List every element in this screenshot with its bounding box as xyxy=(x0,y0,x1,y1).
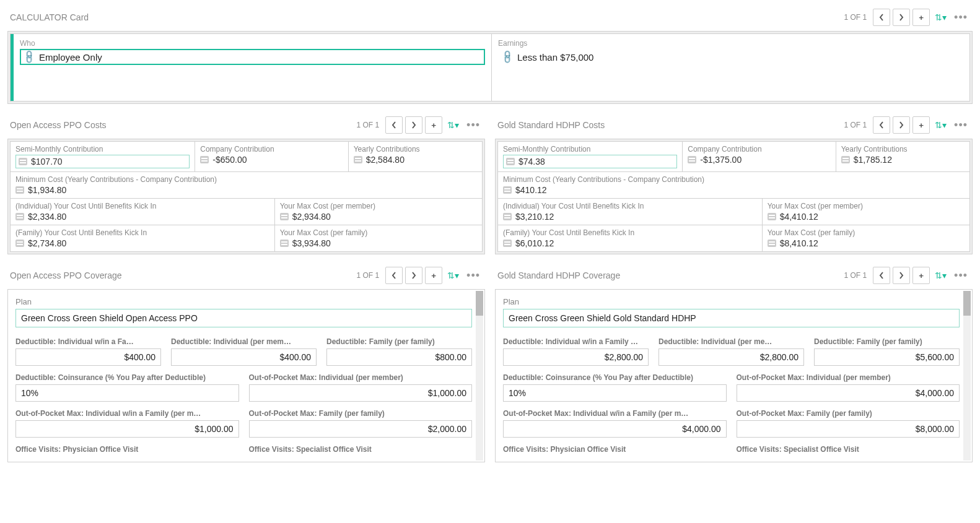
formula-icon xyxy=(768,240,776,247)
ded-ind-fam-input[interactable] xyxy=(503,348,649,366)
field-value: $6,010.12 xyxy=(515,238,554,248)
next-button[interactable] xyxy=(893,9,910,26)
add-button[interactable]: + xyxy=(425,267,442,284)
field-value: -$650.00 xyxy=(212,155,247,165)
scrollbar-thumb[interactable] xyxy=(963,291,971,316)
field-label: Minimum Cost (Yearly Contributions - Com… xyxy=(15,175,477,184)
next-button[interactable] xyxy=(893,116,910,134)
add-button[interactable]: + xyxy=(912,267,930,284)
field-label: (Family) Your Cost Until Benefits Kick I… xyxy=(503,228,757,237)
oop-ind-fam-input[interactable] xyxy=(15,420,239,438)
field-value: $1,785.12 xyxy=(854,155,892,165)
calculator-page-indicator: 1 OF 1 xyxy=(844,13,867,22)
plan-label: Plan xyxy=(15,297,472,306)
coinsurance-input[interactable] xyxy=(15,384,239,402)
filter-icon[interactable]: ⇅▾ xyxy=(447,270,459,280)
hdhp-max-family-cell[interactable]: Your Max Cost (per family) $8,410.12 xyxy=(762,225,969,252)
more-icon[interactable]: ••• xyxy=(464,269,483,282)
coinsurance-input[interactable] xyxy=(503,384,727,402)
field-label: Company Contribution xyxy=(688,145,830,153)
more-icon[interactable]: ••• xyxy=(952,119,970,132)
filter-icon[interactable]: ⇅▾ xyxy=(447,120,459,130)
scrollbar-thumb[interactable] xyxy=(476,291,483,316)
filter-icon[interactable]: ⇅▾ xyxy=(935,12,947,22)
field-label: Office Visits: Specialist Office Visit xyxy=(249,445,473,454)
plan-input[interactable] xyxy=(15,309,472,327)
more-icon[interactable]: ••• xyxy=(464,119,483,132)
ded-fam-input[interactable] xyxy=(814,348,960,366)
ppo-yearly-cell[interactable]: Yearly Contributions $2,584.80 xyxy=(348,142,482,172)
formula-icon xyxy=(280,213,289,220)
hdhp-semi-cell[interactable]: Semi-Monthly Contribution $74.38 xyxy=(498,142,683,172)
oop-ind-mem-input[interactable] xyxy=(249,384,473,402)
filter-icon[interactable]: ⇅▾ xyxy=(935,120,947,130)
hdhp-max-member-cell[interactable]: Your Max Cost (per member) $4,410.12 xyxy=(762,199,969,225)
scrollbar[interactable] xyxy=(476,291,483,460)
add-button[interactable]: + xyxy=(912,116,930,134)
ppo-semi-cell[interactable]: Semi-Monthly Contribution $107.70 xyxy=(11,142,195,172)
earnings-field[interactable]: 🔗 Less than $75,000 xyxy=(498,49,963,65)
field-label: Deductible: Family (per family) xyxy=(326,337,472,346)
next-button[interactable] xyxy=(405,116,422,134)
hdhp-ind-until-cell[interactable]: (Individual) Your Cost Until Benefits Ki… xyxy=(498,199,763,225)
ded-ind-mem-input[interactable] xyxy=(171,348,317,366)
next-button[interactable] xyxy=(405,267,422,284)
formula-icon xyxy=(354,156,362,163)
hdhp-yearly-cell[interactable]: Yearly Contributions $1,785.12 xyxy=(836,142,969,172)
oop-fam-input[interactable] xyxy=(249,420,473,438)
ppo-company-cell[interactable]: Company Contribution -$650.00 xyxy=(195,142,348,172)
more-icon[interactable]: ••• xyxy=(952,269,970,282)
formula-icon xyxy=(200,156,209,163)
field-label: Office Visits: Physician Office Visit xyxy=(503,445,727,454)
formula-icon xyxy=(15,186,24,194)
hdhp-min-cell[interactable]: Minimum Cost (Yearly Contributions - Com… xyxy=(498,172,970,199)
field-label: Office Visits: Specialist Office Visit xyxy=(737,445,960,454)
ppo-max-family-cell[interactable]: Your Max Cost (per family) $3,934.80 xyxy=(274,225,482,252)
scrollbar[interactable] xyxy=(963,291,971,460)
prev-button[interactable] xyxy=(385,116,403,134)
field-value: $410.12 xyxy=(515,185,547,195)
add-button[interactable]: + xyxy=(912,9,930,26)
link-icon: 🔗 xyxy=(499,49,515,65)
field-value: $8,410.12 xyxy=(780,238,818,248)
oop-ind-fam-input[interactable] xyxy=(503,420,727,438)
ppo-ind-until-cell[interactable]: (Individual) Your Cost Until Benefits Ki… xyxy=(11,199,275,225)
add-button[interactable]: + xyxy=(425,116,442,134)
formula-icon xyxy=(503,213,512,220)
field-label: Out-of-Pocket Max: Individual (per membe… xyxy=(249,373,473,382)
field-label: Deductible: Individual w/in a Fa… xyxy=(15,337,161,346)
next-button[interactable] xyxy=(893,267,910,284)
prev-button[interactable] xyxy=(873,9,890,26)
field-label: Semi-Monthly Contribution xyxy=(15,145,190,153)
ppo-max-member-cell[interactable]: Your Max Cost (per member) $2,934.80 xyxy=(274,199,482,225)
hdhp-company-cell[interactable]: Company Contribution -$1,375.00 xyxy=(683,142,836,172)
more-icon[interactable]: ••• xyxy=(952,11,970,24)
field-label: Deductible: Coinsurance (% You Pay after… xyxy=(503,373,727,382)
field-label: (Family) Your Cost Until Benefits Kick I… xyxy=(15,228,269,237)
formula-icon xyxy=(503,186,512,194)
who-label: Who xyxy=(20,39,485,48)
ded-fam-input[interactable] xyxy=(326,348,472,366)
field-value: $74.38 xyxy=(518,157,545,166)
ppo-costs-title: Open Access PPO Costs xyxy=(10,120,107,130)
ppo-fam-until-cell[interactable]: (Family) Your Cost Until Benefits Kick I… xyxy=(11,225,275,252)
formula-icon xyxy=(15,213,24,220)
field-label: Out-of-Pocket Max: Individual (per membe… xyxy=(737,373,960,382)
filter-icon[interactable]: ⇅▾ xyxy=(935,270,947,280)
oop-fam-input[interactable] xyxy=(737,420,960,438)
who-field[interactable]: 🔗 Employee Only xyxy=(20,49,485,65)
hdhp-fam-until-cell[interactable]: (Family) Your Cost Until Benefits Kick I… xyxy=(498,225,763,252)
plan-input[interactable] xyxy=(503,309,960,327)
ded-ind-mem-input[interactable] xyxy=(658,348,804,366)
oop-ind-mem-input[interactable] xyxy=(737,384,960,402)
ppo-min-cell[interactable]: Minimum Cost (Yearly Contributions - Com… xyxy=(11,172,483,199)
formula-icon xyxy=(280,240,289,247)
field-label: Company Contribution xyxy=(200,145,343,153)
prev-button[interactable] xyxy=(385,267,403,284)
prev-button[interactable] xyxy=(873,116,890,134)
field-label: Semi-Monthly Contribution xyxy=(503,145,677,153)
field-label: Yearly Contributions xyxy=(354,145,477,153)
prev-button[interactable] xyxy=(873,267,890,284)
ded-ind-fam-input[interactable] xyxy=(15,348,161,366)
field-label: Deductible: Individual (per me… xyxy=(658,337,804,346)
